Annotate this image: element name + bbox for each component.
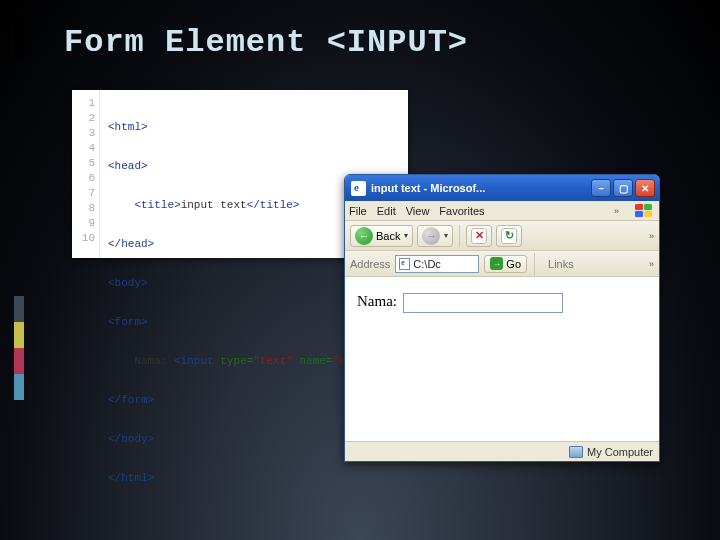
line-number: 4 (72, 141, 95, 156)
line-number: 7 (72, 186, 95, 201)
ie-icon (351, 181, 366, 196)
line-number: 10 (72, 231, 95, 246)
links-overflow[interactable]: » (649, 259, 654, 269)
code-token: </body> (108, 433, 154, 445)
menu-view[interactable]: View (406, 205, 430, 217)
back-label: Back (376, 230, 400, 242)
slide-accent-bars (14, 296, 24, 400)
code-token: <html> (108, 121, 148, 133)
code-token: </title> (247, 199, 300, 211)
code-token: name= (299, 355, 332, 367)
toolbar-overflow[interactable]: » (649, 231, 654, 241)
close-button[interactable]: ✕ (635, 179, 655, 197)
address-bar: Address C:\Dc → Go Links » (345, 251, 659, 277)
refresh-icon: ↻ (501, 228, 517, 244)
line-number: 2 (72, 111, 95, 126)
toolbar: ← Back ▾ → ▾ ✕ ↻ » (345, 221, 659, 251)
go-button[interactable]: → Go (484, 255, 527, 273)
menu-file[interactable]: File (349, 205, 367, 217)
line-number: 6 (72, 171, 95, 186)
menu-overflow[interactable]: » (614, 206, 619, 216)
refresh-button[interactable]: ↻ (496, 225, 522, 247)
menu-edit[interactable]: Edit (377, 205, 396, 217)
slide-title: Form Element <INPUT> (64, 24, 468, 61)
code-token: input text (181, 199, 247, 211)
code-token: "text" (253, 355, 293, 367)
maximize-button[interactable]: ▢ (613, 179, 633, 197)
window-titlebar[interactable]: input text - Microsof... – ▢ ✕ (345, 175, 659, 201)
addr-separator (534, 253, 535, 275)
links-label[interactable]: Links (548, 258, 574, 270)
go-arrow-icon: → (490, 257, 503, 270)
go-label: Go (506, 258, 521, 270)
page-content: Nama: (345, 277, 659, 441)
menu-bar: File Edit View Favorites » (345, 201, 659, 221)
stop-button[interactable]: ✕ (466, 225, 492, 247)
window-title: input text - Microsof... (371, 182, 591, 194)
status-bar: My Computer (345, 441, 659, 461)
menu-favorites[interactable]: Favorites (439, 205, 484, 217)
line-number: 8 (72, 201, 95, 216)
minimize-button[interactable]: – (591, 179, 611, 197)
forward-arrow-icon: → (422, 227, 440, 245)
status-text: My Computer (587, 446, 653, 458)
line-number: 9 (72, 216, 95, 231)
code-token: <title> (134, 199, 180, 211)
address-label: Address (350, 258, 390, 270)
code-token: Nama: (134, 355, 174, 367)
code-token: <form> (108, 316, 148, 328)
code-token: <input (174, 355, 220, 367)
computer-icon (569, 446, 583, 458)
toolbar-separator (459, 225, 460, 247)
code-gutter: 1 2 3 4 5 6 7 8 9 10 (72, 90, 100, 258)
code-token: </html> (108, 472, 154, 484)
back-button[interactable]: ← Back ▾ (350, 225, 413, 247)
windows-flag-icon (633, 202, 655, 220)
line-number: 1 (72, 96, 95, 111)
code-token: type= (220, 355, 253, 367)
back-arrow-icon: ← (355, 227, 373, 245)
line-number: 5 (72, 156, 95, 171)
code-token: </head> (108, 238, 154, 250)
code-token: <head> (108, 160, 148, 172)
code-token: </form> (108, 394, 154, 406)
stop-icon: ✕ (471, 228, 487, 244)
forward-button[interactable]: → ▾ (417, 225, 453, 247)
browser-window: input text - Microsof... – ▢ ✕ File Edit… (344, 174, 660, 462)
slide-accent-mark (14, 22, 24, 60)
chevron-down-icon: ▾ (444, 231, 448, 240)
address-field[interactable]: C:\Dc (395, 255, 479, 273)
page-icon (399, 258, 410, 270)
form-label-nama: Nama: (357, 293, 397, 310)
address-text: C:\Dc (413, 258, 441, 270)
line-number: 3 (72, 126, 95, 141)
nama-input[interactable] (403, 293, 563, 313)
code-token: <body> (108, 277, 148, 289)
chevron-down-icon: ▾ (404, 231, 408, 240)
